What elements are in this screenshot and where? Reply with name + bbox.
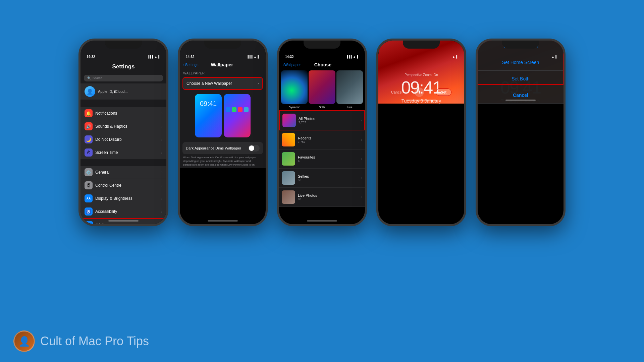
chevron-icon-3: › (161, 138, 162, 141)
recents-count: 7,757 (298, 140, 361, 143)
status-bar-3: 14:32 ▐▐▐ ▲ ▌ (279, 51, 365, 61)
photo-list-item-favourites[interactable]: Favourites 6 › (279, 149, 365, 169)
set-cancel-button[interactable]: Cancel (391, 90, 402, 94)
dark-appearance-label: Dark Appearance Dims Wallpaper (186, 146, 241, 150)
settings-list: 🔔 Notifications › 🔊 Sounds & Haptics › 🌙… (80, 107, 166, 159)
settings-item-dnd[interactable]: 🌙 Do Not Disturb › (80, 133, 166, 146)
photo-list-item-recents[interactable]: Recents 7,757 › (279, 130, 365, 149)
phones-container: 14:32 ▐▐▐ ▲ ▌ Settings 🔍 Search (0, 0, 644, 245)
branding: 👤 Cult of Mac Pro Tips (13, 330, 149, 352)
profile-avatar: 👤 (85, 86, 95, 97)
favourites-count: 6 (298, 159, 361, 163)
chevron-icon-8: › (161, 210, 162, 214)
set-both-button[interactable]: Set Both (478, 71, 564, 87)
notch-1 (105, 41, 142, 49)
nav-title-3: Choose (314, 62, 331, 67)
wallpaper-thumb-lock: 09:41 (195, 94, 222, 137)
set-options-overlay: Set Lock Screen Set Home Screen Set Both… (478, 41, 564, 104)
choose-wallpaper-chevron: › (258, 81, 259, 86)
settings-title: Settings (80, 61, 166, 73)
control-label: Control Centre (95, 183, 161, 188)
settings-item-notifications[interactable]: 🔔 Notifications › (80, 107, 166, 120)
grid-live[interactable] (336, 70, 363, 104)
back-button-2[interactable]: ‹ Settings (183, 63, 198, 67)
screentime-icon: ⏱ (85, 148, 93, 157)
photo-list-item-allphotos[interactable]: All Photos 7,757 › (279, 110, 365, 130)
display-label: Display & Brightness (95, 196, 161, 201)
general-label: General (95, 170, 161, 175)
wallpaper-section-label: WALLPAPER (180, 69, 266, 76)
grid-label-live: Live (336, 106, 363, 109)
dnd-label: Do Not Disturb (95, 137, 161, 142)
dark-appearance-row[interactable]: Dark Appearance Dims Wallpaper (182, 142, 263, 154)
cancel-set-button[interactable]: Cancel (478, 87, 564, 104)
search-bar[interactable]: 🔍 Search (84, 75, 163, 81)
nav-bar-3: ‹ Wallpaper Choose (279, 61, 365, 69)
dark-appearance-toggle[interactable] (248, 145, 260, 152)
search-placeholder: Search (93, 76, 102, 80)
dnd-icon: 🌙 (85, 135, 93, 143)
brand-text: Cult of Mac Pro Tips (40, 334, 149, 348)
set-bottom-bar: Cancel ⬆ Set (378, 87, 464, 97)
notifications-label: Notifications (95, 111, 161, 116)
wallpaper-preview: 09:41 (180, 90, 266, 141)
settings-item-general[interactable]: ⚙️ General › (80, 166, 166, 179)
app-icon-1 (226, 107, 230, 112)
nav-title-2: Wallpaper (211, 62, 233, 67)
divider-2 (80, 159, 166, 166)
grid-stills[interactable] (309, 70, 335, 104)
lock-date-4: Tuesday 9 January (378, 98, 464, 104)
status-bar-2: 14:32 ▐▐▐ ▲ ▌ (180, 51, 266, 61)
status-time-1: 14:32 (87, 55, 95, 59)
photo-list-item-selfies[interactable]: Selfies 52 › (279, 169, 365, 188)
set-button[interactable]: Set (436, 88, 451, 96)
battery-icon: ▌ (158, 55, 160, 58)
selfies-name: Selfies (298, 174, 361, 178)
signal-icon-3: ▐▐▐ (346, 55, 352, 58)
photo-list-item-livephotos[interactable]: Live Photos 93 › (279, 188, 365, 207)
choose-wallpaper-label: Choose a New Wallpaper (186, 81, 232, 86)
home-indicator-2 (208, 220, 238, 222)
allphotos-name: All Photos (299, 117, 361, 121)
perspective-zoom-label: Perspective Zoom: On (378, 73, 464, 77)
settings-item-control[interactable]: 🎛 Control Centre › (80, 179, 166, 192)
wallpaper-description: When Dark Appearance is On, iPhone will … (180, 154, 266, 168)
wifi-icon-5: ▲ (551, 55, 554, 58)
wifi-icon: ▲ (154, 55, 157, 58)
chevron-icon-6: › (161, 184, 162, 187)
app-icon-4 (244, 107, 249, 112)
status-icons-3: ▐▐▐ ▲ ▌ (346, 55, 359, 58)
recents-thumb (282, 133, 295, 146)
battery-icon-5: ▌ (555, 55, 557, 58)
grid-dynamic[interactable] (281, 70, 308, 104)
status-icons-4: ▲ ▌ (452, 55, 458, 58)
profile-item[interactable]: 👤 Apple ID, iCloud... (80, 83, 166, 100)
battery-icon-3: ▌ (357, 55, 359, 58)
allphotos-count: 7,757 (299, 121, 361, 124)
allphotos-chevron: › (361, 119, 362, 122)
status-icons-2: ▐▐▐ ▲ ▌ (247, 55, 260, 58)
wifi-icon-4: ▲ (452, 55, 455, 58)
settings-item-display[interactable]: AA Display & Brightness › (80, 192, 166, 205)
settings-item-screentime[interactable]: ⏱ Screen Time › (80, 146, 166, 159)
accessibility-icon: ♿ (85, 207, 93, 216)
allphotos-info: All Photos 7,757 (299, 117, 361, 124)
phone-lockscreen: ▲ ▌ 09:41 Tuesday 9 January Perspective … (376, 39, 466, 226)
settings-item-sounds[interactable]: 🔊 Sounds & Haptics › (80, 120, 166, 133)
avatar-emoji: 👤 (18, 336, 30, 347)
settings-item-accessibility[interactable]: ♿ Accessibility › (80, 205, 166, 218)
home-indicator-4 (406, 100, 436, 101)
status-bar-4: ▲ ▌ (378, 51, 464, 61)
livephotos-chevron: › (361, 195, 362, 199)
notch-5 (502, 41, 539, 49)
chevron-icon-4: › (161, 151, 162, 155)
back-button-3[interactable]: ‹ Wallpaper (282, 63, 301, 67)
photo-list: All Photos 7,757 › Recents 7,757 (279, 110, 365, 207)
choose-wallpaper-button[interactable]: Choose a New Wallpaper › (182, 77, 263, 90)
back-label-3: Wallpaper (284, 63, 301, 67)
selfies-info: Selfies 52 (298, 174, 361, 182)
home-indicator-3 (307, 220, 337, 222)
signal-icon-2: ▐▐▐ (247, 55, 252, 58)
wallpaper-icon: 🖼 (85, 221, 93, 224)
set-share-icon[interactable]: ⬆ (415, 87, 424, 97)
